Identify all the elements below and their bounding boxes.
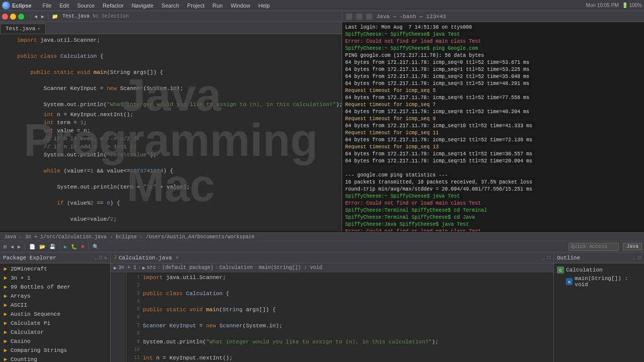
pe-item-3n1[interactable]: ▶ 3n + 1 (0, 274, 110, 283)
line-num (0, 159, 15, 167)
menu-run[interactable]: Run (208, 2, 226, 10)
toolbar-sep-3 (88, 243, 89, 250)
back-button[interactable]: ◀ (33, 13, 39, 20)
menu-source[interactable]: Source (73, 2, 99, 10)
menu-bar: Eclipse File Edit Source Refactor Naviga… (0, 0, 644, 11)
term-btn-3[interactable] (366, 14, 372, 20)
forward-button[interactable]: ▶ (40, 13, 46, 20)
pe-maximize-button[interactable]: □ (99, 255, 102, 260)
pe-item-ascii[interactable]: ▶ ASCII (0, 301, 110, 310)
menu-navigate[interactable]: Navigate (128, 2, 157, 10)
toolbar-sep-2 (59, 243, 60, 250)
be-code-area[interactable]: 1 import java.util.Scanner; 2 3 public c… (111, 273, 553, 362)
be-line-content (143, 346, 146, 354)
line-num (0, 36, 15, 44)
line-content: System.out.println("Term\tValue"); (15, 151, 342, 159)
new-file-button[interactable]: 📄 (28, 243, 37, 250)
op-item-calculation[interactable]: C Calculation (557, 265, 641, 275)
open-button[interactable]: 📂 (38, 243, 47, 250)
test-java-tab[interactable]: Test.java ✕ (0, 24, 46, 34)
pe-item-arrays[interactable]: ▶ Arrays (0, 292, 110, 301)
pe-item-label: 3n + 1 (11, 274, 31, 283)
op-maximize-btn[interactable]: □ (638, 255, 641, 260)
be-line-num: 10 (129, 346, 143, 354)
toolbar-icon-2[interactable]: ◀ (9, 243, 15, 250)
folder-icon: ▶ (2, 356, 9, 362)
menu-project[interactable]: Project (183, 2, 208, 10)
menu-refactor[interactable]: Refactor (99, 2, 128, 10)
folder-icon: ▶ (2, 338, 9, 345)
code-line (0, 159, 342, 167)
term-line: 64 bytes from 172.217.11.78: icmp_seq=14… (345, 151, 641, 158)
op-minimize-btn[interactable]: _ (633, 255, 636, 260)
line-content: value=value/2; (15, 215, 342, 223)
time-display: Mon 10:05 PM (586, 3, 619, 8)
search-icon[interactable]: 🔍 (91, 243, 100, 250)
menu-search[interactable]: Search (157, 2, 183, 10)
be-tab-close[interactable]: ✕ (176, 255, 179, 260)
term-line: SpiffyCheese:Java SpiffyCheese$ java Tes… (345, 221, 641, 228)
terminal-content[interactable]: Last login: Mon Aug 7 14:51:38 on ttys00… (342, 22, 644, 231)
folder-icon: ▶ (2, 320, 9, 327)
term-line: 16 packets transmitted, 10 packets recei… (345, 179, 641, 186)
term-btn-2[interactable] (356, 14, 362, 20)
java-perspective-button[interactable]: Java (623, 243, 642, 250)
line-num (0, 119, 15, 127)
line-content: System.out.println(term + "\t" + value); (15, 183, 342, 191)
quick-access-input[interactable]: Quick Access (569, 243, 619, 251)
be-minimize-btn[interactable]: _ (542, 255, 545, 260)
term-line: Request timeout for icmp_seq 7 (345, 102, 641, 109)
bc-expand-icon[interactable]: ▶ (114, 265, 117, 271)
line-num (0, 127, 15, 135)
pe-item-austin-sequence[interactable]: ▶ Austin Sequence (0, 310, 110, 319)
term-line: SpiffyCheese:Terminal SpiffyCheese$ cd T… (345, 207, 641, 214)
be-line-num: 8 (129, 330, 143, 338)
toolbar-icon-1[interactable]: ⊞ (2, 243, 8, 250)
be-maximize-btn[interactable]: □ (547, 255, 550, 260)
pe-item-99bottles[interactable]: ▶ 99 Bottles of Beer (0, 283, 110, 292)
menu-help[interactable]: Help (255, 2, 274, 10)
toolbar-icon-3[interactable]: ▶ (16, 243, 22, 250)
menu-file[interactable]: File (39, 2, 56, 10)
folder-icon: ▶ (2, 275, 9, 282)
pe-item-calculator[interactable]: ▶ Calculator (0, 328, 110, 337)
be-line-num: 6 (129, 314, 143, 322)
line-content (15, 175, 342, 183)
menu-right: Mon 10:05 PM 🔋 100% (586, 3, 642, 8)
line-num (0, 60, 15, 68)
menu-edit[interactable]: Edit (55, 2, 73, 10)
line-content (15, 223, 342, 231)
minimize-window-button[interactable] (10, 14, 16, 20)
be-code-line: 7 Scanner KeyInput = new Scanner(System.… (129, 322, 551, 330)
tab-close-button[interactable]: ✕ (37, 26, 40, 32)
run-button[interactable]: ▶ (62, 243, 68, 250)
close-window-button[interactable] (2, 14, 8, 20)
be-line-num: 2 (129, 282, 143, 290)
line-num (0, 111, 15, 119)
pe-item-calculate-pi[interactable]: ▶ Calculate Pi (0, 319, 110, 328)
menu-window[interactable]: Window (226, 2, 254, 10)
be-line-num: 4 (129, 298, 143, 306)
op-item-main[interactable]: m main(String[]) : void (557, 275, 641, 289)
pe-item-counting[interactable]: ▶ Counting (0, 355, 110, 362)
term-line: 64 bytes from 172.217.11.78: icmp_seq=12… (345, 137, 641, 144)
pe-item-2dminecraft[interactable]: ▶ 2DMinecraft (0, 264, 110, 274)
term-line: Request timeout for icmp_seq 13 (345, 144, 641, 151)
line-content (15, 60, 342, 68)
bc-expand-2[interactable]: ▶ (142, 265, 145, 271)
line-num (0, 93, 15, 101)
term-line: SpiffyCheese:Terminal SpiffyCheese$ cd J… (345, 214, 641, 221)
folder-icon: ▶ (2, 302, 9, 309)
pe-minimize-button[interactable]: _ (94, 255, 97, 260)
debug-button[interactable]: 🐛 (69, 243, 78, 250)
pe-close-button[interactable]: ✕ (104, 255, 107, 261)
maximize-window-button[interactable] (18, 14, 24, 20)
be-line-num: 7 (129, 322, 143, 330)
pe-item-comparing-strings[interactable]: ▶ Comparing Strings (0, 346, 110, 355)
term-line: Request timeout for icmp_seq 9 (345, 116, 641, 123)
pe-item-casino[interactable]: ▶ Casino (0, 337, 110, 346)
top-code-area[interactable]: import java.util.Scanner; public class C… (0, 34, 342, 231)
save-button[interactable]: 💾 (48, 243, 57, 250)
term-btn-1[interactable] (346, 14, 352, 20)
stop-button[interactable]: ■ (79, 243, 86, 250)
